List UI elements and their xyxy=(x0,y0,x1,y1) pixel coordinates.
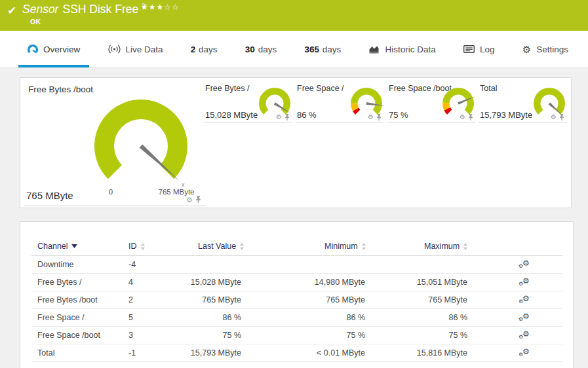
tab-label-number: 30 xyxy=(245,45,255,54)
channel-settings-gears-icon[interactable]: ⚙⚙ xyxy=(519,312,532,324)
tab-365-days[interactable]: 365 days xyxy=(295,31,350,67)
channel-name: Free Bytes / xyxy=(37,278,142,287)
tab-label: Overview xyxy=(43,45,80,54)
mini-gauge-cell: Free Bytes / 15,028 MByte ⚙ xyxy=(204,78,292,125)
channel-settings-gears-icon[interactable]: ⚙⚙ xyxy=(519,277,532,289)
channel-minimum: 765 MByte xyxy=(300,295,365,304)
channel-settings-gear-icon[interactable]: ⚙ xyxy=(186,196,193,203)
column-label: ID xyxy=(128,242,137,251)
pin-icon[interactable] xyxy=(468,114,473,120)
channel-id: 5 xyxy=(128,313,155,322)
channel-settings-gears-icon[interactable]: ⚙⚙ xyxy=(519,330,532,342)
channel-settings-gears-icon[interactable]: ⚙⚙ xyxy=(519,348,532,359)
mini-gauge-cell: Free Space / 86 % ⚙ xyxy=(296,78,383,125)
mini-gauge-cell: Total 15,793 MByte ⚙ xyxy=(479,78,566,125)
channel-maximum: 15,051 MByte xyxy=(402,278,467,287)
mini-gauge-value: 75 % xyxy=(389,110,408,120)
pin-icon[interactable] xyxy=(559,114,564,120)
stars-filled: ★★★ xyxy=(141,3,164,12)
channel-settings-gears-icon[interactable]: ⚙⚙ xyxy=(519,259,532,271)
mini-gauge-actions: ⚙ xyxy=(276,114,290,120)
channel-id: -4 xyxy=(128,260,155,269)
tab-overview[interactable]: Overview xyxy=(18,31,89,67)
status-badge: OK xyxy=(30,18,41,26)
log-icon xyxy=(463,45,475,53)
tab-label: days xyxy=(323,45,342,54)
pin-icon[interactable] xyxy=(195,196,201,203)
channel-id: 4 xyxy=(128,278,155,287)
tab-live-data[interactable]: Live Data xyxy=(99,31,172,67)
primary-gauge-actions: ⚙ xyxy=(186,196,201,203)
column-header-channel[interactable]: Channel xyxy=(37,242,77,251)
mini-gauge-cell: Free Space /boot 75 % ⚙ xyxy=(387,78,475,125)
sort-toggle-icon xyxy=(140,243,146,250)
column-header-last-value[interactable]: Last Value xyxy=(198,242,245,251)
channel-name: Free Space / xyxy=(37,313,142,322)
table-row-downtime[interactable]: Downtime -4 ⚙⚙ xyxy=(31,256,562,274)
table-row-free-space-boot[interactable]: Free Space /boot 3 75 % 75 % 75 % ⚙⚙ xyxy=(31,327,562,344)
channel-name: Free Space /boot xyxy=(37,331,142,340)
column-header-minimum[interactable]: Minimum xyxy=(324,242,366,251)
column-header-id[interactable]: ID xyxy=(128,242,146,251)
table-row-free-bytes-root[interactable]: Free Bytes / 4 15,028 MByte 14,980 MByte… xyxy=(31,274,562,291)
mini-gauge-value: 86 % xyxy=(297,110,317,120)
table-row-free-space-root[interactable]: Free Space / 5 86 % 86 % 86 % ⚙⚙ xyxy=(31,309,562,327)
channel-settings-gear-icon[interactable]: ⚙ xyxy=(551,114,557,120)
column-label: Last Value xyxy=(198,242,236,251)
tab-settings[interactable]: ⚙ Settings xyxy=(513,31,578,67)
channel-settings-gear-icon[interactable]: ⚙ xyxy=(368,114,374,120)
sensor-header: ✔ SensorSSH Disk Free⚐ ★★★☆☆ OK xyxy=(0,0,588,31)
separator xyxy=(204,122,292,122)
tab-label: days xyxy=(258,45,277,54)
channel-last-value: 75 % xyxy=(176,331,241,340)
channel-last-value: 15,793 MByte xyxy=(176,348,241,358)
table-row-free-bytes-boot[interactable]: Free Bytes /boot 2 765 MByte 765 MByte 7… xyxy=(31,291,562,309)
stars-empty: ☆☆ xyxy=(164,3,180,12)
sort-toggle-icon xyxy=(463,243,468,250)
sensor-tabbar: Overview Live Data 2 days 30 days 365 da… xyxy=(0,31,588,68)
live-data-icon xyxy=(108,45,121,54)
prtg-sensor-page: ✔ SensorSSH Disk Free⚐ ★★★☆☆ OK Overview… xyxy=(0,0,588,368)
channel-last-value: 15,028 MByte xyxy=(176,278,241,287)
mini-gauge-title: Total xyxy=(480,84,497,93)
pin-icon[interactable] xyxy=(284,114,290,120)
tab-label: Live Data xyxy=(126,45,163,54)
gauge-scale-min: 0 xyxy=(101,188,121,196)
sort-toggle-icon xyxy=(361,243,366,250)
channel-settings-gear-icon[interactable]: ⚙ xyxy=(276,114,282,120)
tab-log[interactable]: Log xyxy=(454,31,504,67)
tab-label: Settings xyxy=(536,45,568,54)
channel-name: Free Bytes /boot xyxy=(37,295,142,304)
table-row-total[interactable]: Total -1 15,793 MByte < 0.01 MByte 15,81… xyxy=(31,344,562,362)
separator xyxy=(24,206,206,206)
mini-gauge-value: 15,793 MByte xyxy=(480,110,532,120)
pin-icon[interactable] xyxy=(376,114,382,120)
tab-label: Log xyxy=(480,45,495,54)
table-header-row: Channel ID Last Value Minimum Maximum xyxy=(31,238,562,256)
tab-label: days xyxy=(199,45,218,54)
gauge-scale-max: 765 MByte xyxy=(148,188,205,196)
channel-name: Total xyxy=(37,348,142,358)
sensor-name: SSH Disk Free xyxy=(62,3,138,16)
sensor-title-prefix: Sensor xyxy=(22,3,58,16)
channel-settings-gear-icon[interactable]: ⚙ xyxy=(460,114,465,120)
tab-2-days[interactable]: 2 days xyxy=(182,31,227,67)
overview-gauges-panel: Free Bytes /boot x 0 765 MByte 765 MByte… xyxy=(20,77,572,208)
channel-name: Downtime xyxy=(37,260,142,269)
channel-minimum: 86 % xyxy=(300,313,365,322)
tab-label-number: 2 xyxy=(191,45,196,54)
gear-icon: ⚙ xyxy=(522,45,531,54)
primary-gauge-value: 765 MByte xyxy=(26,190,73,201)
column-header-maximum[interactable]: Maximum xyxy=(424,242,468,251)
priority-stars[interactable]: ★★★☆☆ xyxy=(141,3,180,12)
channel-id: 3 xyxy=(128,331,155,340)
channel-settings-gears-icon[interactable]: ⚙⚙ xyxy=(519,295,532,306)
status-ok-check-icon: ✔ xyxy=(7,4,16,18)
sort-toggle-icon xyxy=(239,243,245,250)
separator xyxy=(296,122,383,122)
area-chart-icon xyxy=(368,45,380,54)
tab-historic-data[interactable]: Historic Data xyxy=(359,31,444,67)
tab-30-days[interactable]: 30 days xyxy=(236,31,286,67)
svg-text:x: x xyxy=(182,181,185,188)
channel-minimum: < 0.01 MByte xyxy=(300,348,365,358)
